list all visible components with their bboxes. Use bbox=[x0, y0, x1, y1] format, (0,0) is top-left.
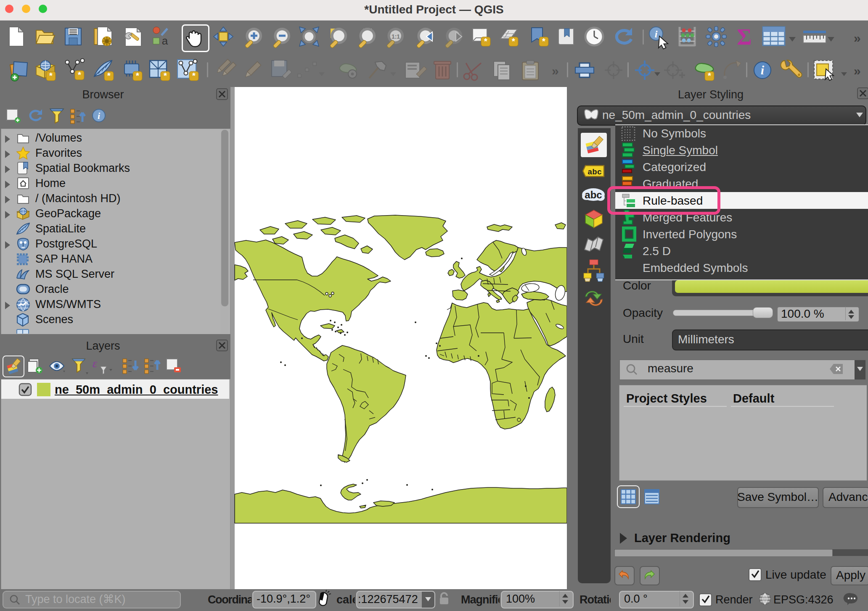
svg-text:a: a bbox=[162, 34, 168, 47]
svg-text:i: i bbox=[761, 63, 765, 77]
svg-text:ε: ε bbox=[93, 357, 97, 370]
svg-text:abc: abc bbox=[585, 189, 602, 200]
svg-text:1:1: 1:1 bbox=[392, 33, 400, 40]
svg-text:Σ: Σ bbox=[737, 24, 752, 50]
svg-text:i: i bbox=[655, 29, 658, 40]
svg-text:abc: abc bbox=[587, 168, 602, 177]
svg-text:i: i bbox=[98, 111, 101, 121]
